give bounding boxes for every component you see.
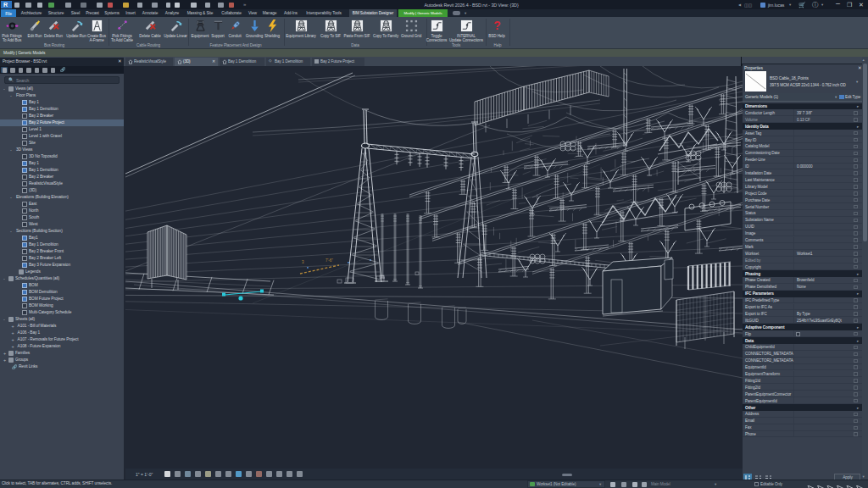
svg-text:7'-6": 7'-6": [326, 258, 333, 263]
svg-text:1" = 1'-0": 1" = 1'-0": [136, 472, 153, 477]
svg-text:?: ?: [493, 19, 501, 32]
